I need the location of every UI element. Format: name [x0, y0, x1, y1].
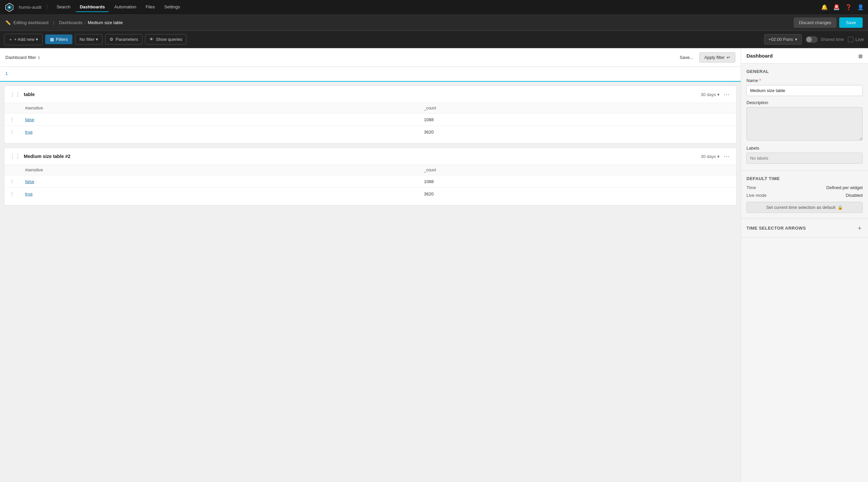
- add-new-label: + Add new: [14, 37, 34, 42]
- drag-handle-2[interactable]: ⋮⋮: [10, 153, 21, 160]
- panel-collapse-icon[interactable]: ▦: [858, 53, 863, 59]
- time-selector-title: Time selector arrows: [746, 226, 806, 231]
- time-selector-header: Time selector arrows ＋: [746, 224, 863, 232]
- set-time-button[interactable]: Set current time selection as default 🔒: [746, 202, 863, 213]
- table-header-row-1: #sensitive _count: [4, 103, 736, 114]
- nav-settings[interactable]: Settings: [160, 2, 184, 12]
- show-queries-button[interactable]: 👁 Show queries: [145, 34, 187, 44]
- col-sensitive-label-1: #sensitive: [20, 103, 418, 114]
- repo-name: humio-audit: [19, 5, 47, 10]
- app-logo: [4, 2, 15, 13]
- apply-filter-label: Apply filter: [704, 55, 725, 60]
- widget-time-value-2: 30 days: [701, 154, 716, 159]
- live-label: Live: [855, 37, 864, 42]
- row-menu-icon[interactable]: ⋮: [10, 179, 14, 184]
- filter-value: 1: [5, 71, 8, 76]
- nav-files[interactable]: Files: [142, 2, 159, 12]
- filter-input[interactable]: 1: [0, 67, 741, 82]
- breadcrumb-separator: /: [84, 20, 86, 25]
- default-time-grid: Time Defined per widget Live mode Disabl…: [746, 185, 863, 198]
- col-sensitive-header-2: [4, 165, 20, 175]
- row-count-false-2: 1088: [418, 175, 736, 188]
- name-field-label: Name *: [746, 78, 863, 83]
- widget-menu-1[interactable]: ⋯: [722, 90, 731, 99]
- table-row: ⋮ true 3620: [4, 126, 736, 138]
- row-menu-icon[interactable]: ⋮: [10, 117, 14, 122]
- filter-actions: Save... Apply filter ↵: [677, 52, 735, 63]
- table-row: ⋮ true 3620: [4, 188, 736, 200]
- widget-time-value-1: 30 days: [701, 92, 716, 97]
- breadcrumb-bar: ✏️ Editing dashboard | Dashboards / Medi…: [0, 15, 868, 31]
- drag-handle-1[interactable]: ⋮⋮: [10, 91, 21, 98]
- widget-header-1: ⋮⋮ table 30 days ▾ ⋯: [4, 86, 736, 103]
- required-asterisk: *: [759, 78, 761, 83]
- parameters-button[interactable]: ⚙ Parameters: [105, 34, 142, 44]
- nav-dashboards[interactable]: Dashboards: [76, 2, 109, 12]
- row-menu-icon[interactable]: ⋮: [10, 191, 14, 196]
- table-row: ⋮ false 1088: [4, 114, 736, 126]
- apply-filter-enter-icon: ↵: [727, 55, 731, 60]
- panel-default-time-section: Default time Time Defined per widget Liv…: [741, 171, 868, 219]
- live-checkbox[interactable]: Live: [848, 37, 864, 42]
- help-icon[interactable]: ❓: [845, 4, 852, 10]
- add-new-button[interactable]: ＋ + Add new ▾: [4, 34, 42, 45]
- col-sensitive-label-2: #sensitive: [20, 165, 418, 175]
- row-count-true: 3620: [418, 126, 736, 138]
- live-checkbox-input[interactable]: [848, 37, 853, 42]
- filter-bar: Dashboard filter ℹ Save... Apply filter …: [0, 48, 741, 67]
- time-zone-chevron: ▾: [795, 37, 797, 42]
- filter-label: Dashboard filter ℹ: [5, 55, 40, 60]
- shared-time-toggle-switch[interactable]: [806, 36, 818, 43]
- widget-time-chevron-1: ▾: [717, 92, 720, 97]
- description-field-group: Description: [746, 100, 863, 141]
- name-field-group: Name *: [746, 78, 863, 96]
- profile-icon[interactable]: 👤: [857, 4, 864, 10]
- apply-filter-button[interactable]: Apply filter ↵: [699, 52, 735, 63]
- save-filter-button[interactable]: Save...: [677, 53, 696, 62]
- row-sensitive-true[interactable]: true: [25, 130, 32, 134]
- discard-changes-button[interactable]: Discard changes: [794, 18, 837, 28]
- row-count-true-2: 3620: [418, 188, 736, 200]
- panel-title: Dashboard: [746, 53, 773, 59]
- info-icon[interactable]: ℹ: [38, 55, 40, 60]
- name-field-input[interactable]: [746, 85, 863, 96]
- widget-title-1: table: [24, 92, 35, 97]
- add-new-chevron: ▾: [36, 37, 38, 42]
- nav-search[interactable]: Search: [53, 2, 74, 12]
- widget-time-2[interactable]: 30 days ▾: [701, 154, 720, 159]
- notifications-icon[interactable]: 🔔: [821, 4, 828, 10]
- filters-button[interactable]: ▦ Filters: [45, 34, 72, 44]
- widget-meta-2: 30 days ▾ ⋯: [701, 152, 731, 161]
- row-sensitive-true-2[interactable]: true: [25, 191, 32, 196]
- labels-field-input[interactable]: [746, 153, 863, 164]
- shared-time-toggle[interactable]: Shared time: [806, 36, 844, 43]
- widget-body-1: #sensitive _count ⋮ false 1088 ⋮: [4, 103, 736, 143]
- edit-icon: ✏️: [5, 20, 11, 25]
- row-menu-icon[interactable]: ⋮: [10, 129, 14, 134]
- save-button[interactable]: Save: [839, 18, 863, 28]
- breadcrumb-current: Medium size table: [88, 20, 123, 25]
- time-label: Time: [746, 185, 805, 190]
- alerts-icon[interactable]: 🚨: [833, 4, 840, 10]
- panel-header: Dashboard ▦: [741, 48, 868, 64]
- widget-time-chevron-2: ▾: [717, 154, 720, 159]
- widget-time-1[interactable]: 30 days ▾: [701, 92, 720, 97]
- no-filter-label: No filter: [80, 37, 94, 42]
- row-sensitive-false-2[interactable]: false: [25, 179, 34, 184]
- widget-meta-1: 30 days ▾ ⋯: [701, 90, 731, 99]
- time-selector-add-button[interactable]: ＋: [857, 224, 863, 232]
- widget-title-2: Medium size table #2: [24, 154, 70, 159]
- parameters-label: Parameters: [116, 37, 138, 42]
- description-field-textarea[interactable]: [746, 107, 863, 140]
- widget-menu-2[interactable]: ⋯: [722, 152, 731, 161]
- main-layout: Dashboard filter ℹ Save... Apply filter …: [0, 48, 868, 482]
- no-filter-button[interactable]: No filter ▾: [75, 34, 102, 44]
- row-sensitive-false[interactable]: false: [25, 117, 34, 122]
- breadcrumb-dashboards[interactable]: Dashboards: [59, 20, 82, 25]
- widget-table-2: #sensitive _count ⋮ false 1088 ⋮: [4, 165, 736, 200]
- nav-automation[interactable]: Automation: [110, 2, 140, 12]
- widget-header-2: ⋮⋮ Medium size table #2 30 days ▾ ⋯: [4, 148, 736, 165]
- time-zone-selector[interactable]: +02:00 Paris ▾: [764, 34, 802, 44]
- table-header-row-2: #sensitive _count: [4, 165, 736, 175]
- row-count-false: 1088: [418, 114, 736, 126]
